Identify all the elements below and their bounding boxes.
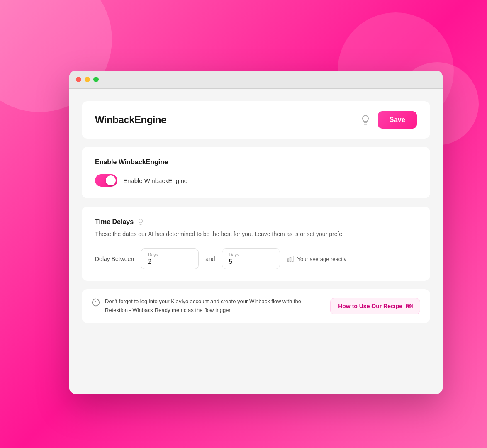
days-input-1[interactable]: Days 2 bbox=[141, 248, 199, 269]
avg-reactive-section: Your average reactiv bbox=[287, 255, 347, 263]
info-text-section: Don't forget to log into your Klaviyo ac… bbox=[92, 297, 322, 315]
time-delays-header: Time Delays bbox=[95, 218, 417, 226]
days-label-2: Days bbox=[229, 252, 273, 257]
enable-section-card: Enable WinbackEngine Enable WinbackEngin… bbox=[82, 147, 430, 198]
page-title: WinbackEngine bbox=[95, 114, 166, 126]
browser-titlebar bbox=[69, 71, 443, 89]
header-actions: Save bbox=[360, 111, 417, 129]
days-input-2[interactable]: Days 5 bbox=[222, 248, 280, 269]
time-delays-card: Time Delays These the dates our AI has d… bbox=[82, 207, 430, 281]
winback-toggle[interactable] bbox=[95, 174, 117, 187]
delay-row: Delay Between Days 2 and Days 5 bbox=[95, 248, 417, 269]
days-value-1: 2 bbox=[148, 258, 192, 265]
recipe-button-label: How to Use Our Recipe bbox=[338, 303, 402, 309]
how-to-use-recipe-button[interactable]: How to Use Our Recipe 🍽 bbox=[330, 298, 420, 314]
toggle-thumb bbox=[106, 175, 116, 185]
svg-rect-2 bbox=[290, 257, 291, 262]
maximize-button[interactable] bbox=[93, 77, 99, 82]
delay-between-label: Delay Between bbox=[95, 256, 134, 262]
time-delays-info-icon[interactable] bbox=[137, 218, 144, 226]
lightbulb-icon[interactable] bbox=[360, 114, 371, 126]
time-delays-title: Time Delays bbox=[95, 218, 134, 226]
days-label-1: Days bbox=[148, 252, 192, 257]
toggle-label: Enable WinbackEngine bbox=[123, 177, 187, 184]
enable-section-title: Enable WinbackEngine bbox=[95, 158, 417, 166]
info-icon bbox=[92, 298, 100, 307]
header-card: WinbackEngine Save bbox=[82, 101, 430, 139]
days-value-2: 5 bbox=[229, 258, 273, 265]
svg-rect-3 bbox=[292, 256, 293, 262]
minimize-button[interactable] bbox=[85, 77, 90, 82]
browser-content: WinbackEngine Save Enable WinbackEngine … bbox=[69, 89, 443, 394]
chart-icon bbox=[287, 255, 294, 263]
avg-reactive-text: Your average reactiv bbox=[297, 256, 347, 262]
and-text: and bbox=[205, 256, 215, 262]
browser-window: WinbackEngine Save Enable WinbackEngine … bbox=[69, 71, 443, 394]
recipe-icon: 🍽 bbox=[406, 302, 412, 310]
toggle-row: Enable WinbackEngine bbox=[95, 174, 417, 187]
info-description: Don't forget to log into your Klaviyo ac… bbox=[105, 297, 322, 315]
svg-rect-1 bbox=[287, 259, 289, 262]
close-button[interactable] bbox=[76, 77, 81, 82]
save-button[interactable]: Save bbox=[378, 111, 417, 129]
info-bar: Don't forget to log into your Klaviyo ac… bbox=[82, 289, 430, 323]
time-delays-description: These the dates our AI has determined to… bbox=[95, 230, 417, 239]
